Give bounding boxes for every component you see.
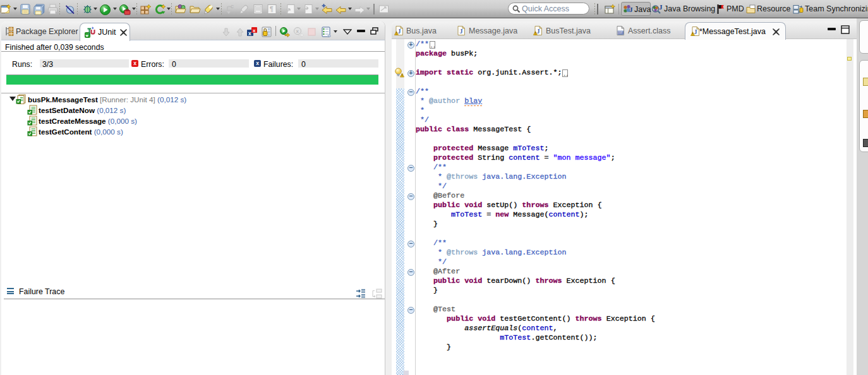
svg-text:x: x	[296, 28, 299, 34]
svg-text:C: C	[231, 4, 234, 9]
svg-text:J: J	[629, 6, 633, 13]
svg-text:x: x	[248, 30, 251, 37]
svg-text:!: !	[535, 32, 536, 35]
svg-text:010: 010	[618, 32, 624, 35]
svg-text:J: J	[694, 28, 697, 35]
svg-text:J: J	[398, 28, 401, 35]
svg-text:!: !	[692, 32, 694, 36]
svg-text:¶: ¶	[270, 6, 274, 13]
svg-text:J: J	[659, 4, 663, 11]
svg-text:!: !	[396, 32, 397, 35]
svg-text:x: x	[253, 28, 256, 33]
svg-text:J: J	[537, 28, 540, 35]
svg-text:J: J	[460, 28, 463, 35]
